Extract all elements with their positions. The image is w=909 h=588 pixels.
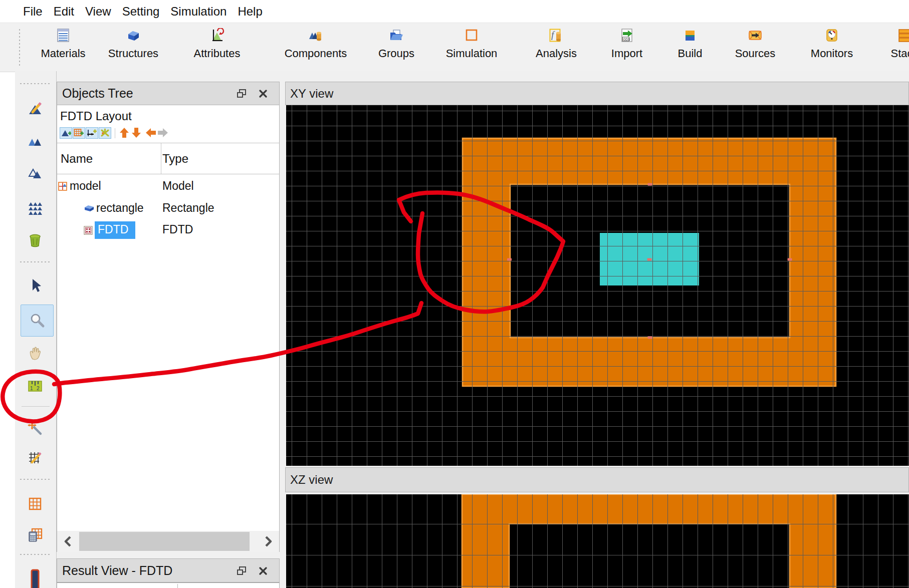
draw-structure-tool[interactable]	[22, 96, 48, 122]
objects-tree-title: Objects Tree	[57, 86, 133, 101]
toolbar-analysis-button[interactable]: f Analysis	[523, 27, 589, 69]
tree-row-rectangle[interactable]: rectangle Rectangle	[57, 198, 279, 219]
toolbar-groups-button[interactable]: Groups	[363, 27, 429, 69]
objects-tree-body: FDTD Layout Name Type	[57, 105, 280, 531]
toolbar-simulation-button[interactable]: Simulation	[438, 27, 505, 69]
tree-row-fdtd[interactable]: FDTD FDTD	[57, 220, 279, 241]
close-icon	[259, 89, 268, 98]
objects-tree-hscrollbar[interactable]	[57, 531, 280, 552]
simulate-tool[interactable]	[22, 569, 48, 588]
build-icon	[683, 28, 698, 43]
toolbar-stack-button[interactable]: Stack	[871, 27, 909, 69]
result-close-button[interactable]	[258, 565, 269, 576]
menu-simulation[interactable]: Simulation	[170, 5, 226, 19]
paste-structure-tool[interactable]	[22, 160, 48, 186]
xz-view-canvas[interactable]	[286, 494, 909, 588]
toolbar-build-button[interactable]: Build	[657, 27, 723, 69]
up-arrow-icon	[119, 127, 129, 138]
array-structure-icon	[27, 200, 43, 216]
column-header-name[interactable]: Name	[61, 152, 93, 166]
scroll-left-icon[interactable]	[64, 536, 71, 547]
add-axis-button[interactable]	[86, 127, 98, 139]
view-mesh-tool[interactable]	[22, 491, 48, 517]
menu-file[interactable]: File	[23, 5, 43, 19]
menu-edit[interactable]: Edit	[54, 5, 74, 19]
zoom-tool[interactable]	[21, 305, 54, 337]
xy-view-title: XY view	[286, 87, 333, 101]
left-toolbar-drag-handle[interactable]	[19, 82, 51, 85]
toolbar-drag-handle[interactable]	[18, 28, 21, 67]
select-tool[interactable]	[22, 272, 48, 299]
array-structure-tool[interactable]	[22, 195, 48, 221]
scroll-right-icon[interactable]	[265, 536, 272, 547]
layout-mode-label: FDTD Layout	[60, 109, 132, 123]
objects-tree-header[interactable]: Objects Tree	[57, 82, 280, 105]
toolbar-sources-label: Sources	[722, 47, 788, 60]
paste-structure-icon	[27, 165, 43, 181]
move-in-button[interactable]	[157, 127, 168, 138]
column-divider[interactable]	[161, 143, 161, 174]
toolbar-monitors-button[interactable]: Monitors	[799, 27, 865, 69]
move-down-button[interactable]	[131, 127, 142, 138]
move-up-button[interactable]	[119, 127, 130, 138]
delete-object-button[interactable]	[99, 127, 111, 139]
scrollbar-thumb[interactable]	[79, 532, 250, 551]
hand-icon	[27, 345, 43, 361]
table-header-row: Name Type	[57, 143, 279, 174]
toolbar-structures-label: Structures	[100, 47, 166, 60]
move-wand-icon	[27, 420, 43, 436]
tree-toolbar	[57, 127, 279, 140]
toolbar-simulation-label: Simulation	[438, 47, 505, 60]
tool-separator-4	[19, 553, 51, 556]
edit-mesh-tool[interactable]	[22, 445, 48, 471]
column-header-type[interactable]: Type	[162, 152, 188, 166]
result-float-button[interactable]	[236, 565, 247, 576]
add-structure-button[interactable]	[60, 127, 72, 139]
float-panel-button[interactable]	[236, 88, 247, 99]
menu-view[interactable]: View	[85, 5, 111, 19]
toolbar-monitors-label: Monitors	[799, 47, 865, 60]
toolbar-structures-button[interactable]: Structures	[100, 27, 166, 69]
down-arrow-icon	[131, 127, 141, 138]
mesh-calculate-tool[interactable]	[22, 522, 48, 548]
simulation-icon	[464, 28, 479, 43]
toolbar-groups-label: Groups	[363, 47, 429, 60]
svg-text:2: 2	[37, 386, 40, 391]
trash-icon	[27, 232, 43, 248]
xy-view-header: XY view	[285, 82, 909, 105]
xy-view-canvas[interactable]	[286, 105, 909, 466]
menu-setting[interactable]: Setting	[122, 5, 160, 19]
menu-help[interactable]: Help	[238, 5, 262, 19]
main-toolbar: Materials Structures ▼ Attributes ▼ Comp…	[0, 23, 909, 72]
svg-text:f: f	[551, 30, 555, 40]
toolbar-attributes-button[interactable]: Attributes	[184, 27, 250, 69]
move-out-button[interactable]	[145, 127, 156, 138]
result-view-header[interactable]: Result View - FDTD	[57, 558, 280, 582]
components-icon	[308, 28, 323, 43]
tree-row-fdtd-type: FDTD	[162, 223, 193, 236]
xz-view-title: XZ view	[286, 473, 333, 487]
toolbar-import-button[interactable]: GDS Import	[594, 27, 660, 69]
tool-separator-3	[19, 478, 51, 481]
toolbar-sources-button[interactable]: Sources	[722, 27, 788, 69]
add-mesh-button[interactable]	[73, 127, 85, 139]
move-tool[interactable]	[22, 415, 48, 441]
duplicate-structure-tool[interactable]	[22, 129, 48, 155]
ruler-tool[interactable]: 12	[22, 373, 48, 399]
draw-structure-icon	[27, 101, 43, 117]
pan-tool[interactable]	[22, 340, 48, 366]
toolbar-build-label: Build	[657, 47, 723, 60]
toolbar-materials-button[interactable]: Materials	[30, 27, 96, 69]
duplicate-structure-icon	[27, 134, 43, 150]
grid-calculator-icon	[27, 527, 43, 543]
materials-icon	[56, 28, 71, 43]
close-panel-button[interactable]	[258, 88, 269, 99]
tree-row-model[interactable]: model Model	[57, 176, 279, 197]
monitors-icon	[824, 28, 839, 43]
tool-separator-1	[19, 260, 51, 263]
fdtd-icon	[84, 226, 93, 235]
toolbar-components-button[interactable]: Components	[283, 27, 349, 69]
grid-pencil-icon	[27, 450, 43, 466]
analysis-icon: f	[549, 28, 564, 43]
delete-tool[interactable]	[22, 227, 48, 253]
